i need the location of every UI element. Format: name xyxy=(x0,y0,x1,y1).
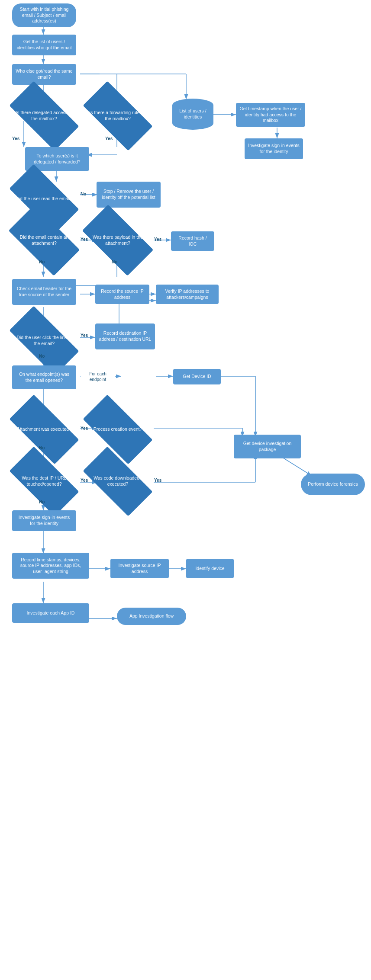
perform-forensics-node: Perform device forensics xyxy=(301,474,365,495)
flowchart: Start with initial phishing email / Subj… xyxy=(0,0,371,980)
for-each-label: For each endpoint xyxy=(81,369,115,384)
no-label-did-read: No xyxy=(81,192,86,196)
who-else-node: Who else got/read the same email? xyxy=(12,64,76,85)
yes-label-user-click: Yes xyxy=(81,333,88,338)
yes-label-payload: Yes xyxy=(154,237,161,242)
get-timestamp-node: Get timestamp when the user / identity h… xyxy=(236,103,305,127)
get-device-pkg-node: Get device investigation package xyxy=(234,435,301,458)
yes-label-forwarding: Yes xyxy=(105,136,113,141)
no-label-payload: No xyxy=(112,259,117,264)
attachment-diamond: Did the email contain an attachment? xyxy=(12,222,76,259)
app-investigation-node: App Investigation flow xyxy=(117,608,186,625)
attachment-exec-diamond: Attachment was executed? xyxy=(12,412,76,447)
code-downloaded-diamond: Was code downloaded / executed? xyxy=(86,464,150,499)
investigate-app-id-node: Investigate each App ID xyxy=(12,603,89,623)
investigate-source-ip-node: Investigate source IP address xyxy=(110,559,169,578)
no-label-dest-ip: No xyxy=(39,500,45,504)
record-timestamps-node: Record time stamps, devices, source IP a… xyxy=(12,553,89,579)
investigate-signin-2-node: Investigate sign-in events for the ident… xyxy=(12,510,76,531)
get-list-node: Get the list of users / identities who g… xyxy=(12,35,76,55)
stop-remove-node: Stop / Remove the user / identity off th… xyxy=(97,182,161,208)
yes-label-delegated: Yes xyxy=(12,136,19,141)
no-label-attachment: No xyxy=(39,259,45,264)
record-dest-ip-node: Record destination IP address / destinat… xyxy=(95,323,155,349)
start-node: Start with initial phishing email / Subj… xyxy=(12,3,76,27)
yes-label-code: Yes xyxy=(154,478,161,483)
forwarding-diamond: Is there a forwarding rule for the mailb… xyxy=(86,99,150,133)
investigate-signin-1-node: Investigate sign-in events for the ident… xyxy=(245,138,303,159)
process-creation-diamond: Process creation event? xyxy=(86,412,150,447)
no-label-user-click: No xyxy=(39,354,45,359)
delegated-diamond: Is there delegated access to the mailbox… xyxy=(12,99,76,133)
endpoint-node: On what endpoint(s) was the email opened… xyxy=(12,365,76,389)
dest-ip-diamond: Was the dest IP / URL touched/opened? xyxy=(12,464,76,499)
no-label-attachment-exec: No xyxy=(39,445,45,450)
get-device-id-node: Get Device ID xyxy=(173,369,221,384)
payload-diamond: Was there payload in the attachment? xyxy=(86,222,150,259)
check-header-node: Check email header for the true source o… xyxy=(12,279,76,305)
yes-label-attachment-exec: Yes xyxy=(81,426,88,431)
user-click-diamond: Did the user click the link in the email… xyxy=(12,323,76,358)
list-identities-node: List of users / identities xyxy=(172,99,213,130)
record-hash-node: Record hash / IOC xyxy=(171,231,214,251)
record-source-ip-node: Record the source IP address xyxy=(95,285,149,304)
did-read-diamond: Did the user read the email? xyxy=(12,182,76,216)
identify-device-node: Identify device xyxy=(186,559,234,578)
verify-ip-node: Verify IP addresses to attackers/campaig… xyxy=(156,285,219,304)
